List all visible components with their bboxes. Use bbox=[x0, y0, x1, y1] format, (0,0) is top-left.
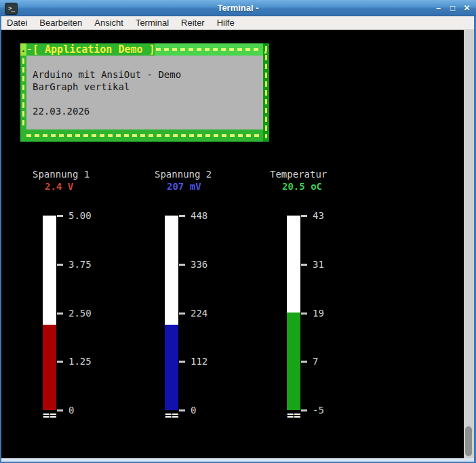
gauge-base-marker: == bbox=[165, 410, 178, 421]
gauge-temperatur: Temperatur 20.5 oC 43 31 19 7 -5 == bbox=[270, 168, 378, 429]
gauge-title: Spannung 2 bbox=[155, 168, 218, 180]
gauge-bar-fill bbox=[43, 325, 56, 410]
tick-label: 31 bbox=[313, 258, 324, 270]
menu-ansicht[interactable]: Ansicht bbox=[88, 16, 130, 30]
gauge-bar-fill bbox=[165, 325, 178, 410]
tick-mark bbox=[179, 313, 185, 315]
tick-mark bbox=[179, 215, 185, 217]
gauge-spannung-2: Spannung 2 207 mV 448 336 224 112 0 == bbox=[155, 168, 263, 429]
tick-mark bbox=[301, 409, 307, 411]
tick-label: 43 bbox=[313, 209, 324, 222]
minimize-button[interactable]: – bbox=[433, 3, 443, 14]
window-border-left bbox=[0, 16, 1, 463]
tick-mark bbox=[301, 264, 307, 266]
tick-label: 2.50 bbox=[68, 307, 92, 319]
tick-mark bbox=[57, 409, 63, 411]
dialog-dash-bottom bbox=[26, 134, 262, 137]
dialog-dash-left bbox=[22, 58, 24, 127]
tick-mark bbox=[57, 264, 63, 266]
tick-label: -5 bbox=[313, 404, 324, 416]
menu-terminal[interactable]: Terminal bbox=[130, 16, 175, 30]
dialog-dash-top bbox=[156, 48, 262, 51]
window-title: Terminal - bbox=[0, 0, 476, 16]
close-button[interactable]: ✕ bbox=[462, 3, 472, 14]
gauge-base-marker: == bbox=[43, 410, 56, 421]
dialog-corner: . bbox=[20, 43, 26, 56]
gauge-value: 207 mV bbox=[167, 180, 201, 193]
tick-label: 112 bbox=[191, 355, 207, 367]
window-border-bottom bbox=[1, 458, 474, 463]
dialog-text-line: Arduino mit AnsiOut - Demo bbox=[33, 68, 181, 81]
dialog-border-prefix: - bbox=[26, 43, 32, 56]
gauge-title: Spannung 1 bbox=[33, 168, 96, 180]
tick-label: 5.00 bbox=[68, 209, 92, 222]
gauge-bar bbox=[165, 216, 178, 410]
window-controls: – □ ✕ bbox=[433, 0, 472, 16]
tick-mark bbox=[57, 313, 63, 315]
menu-reiter[interactable]: Reiter bbox=[175, 16, 211, 30]
gauge-bar bbox=[287, 216, 300, 410]
menu-hilfe[interactable]: Hilfe bbox=[211, 16, 241, 30]
tick-mark bbox=[57, 215, 63, 217]
menu-bearbeiten[interactable]: Bearbeiten bbox=[33, 16, 88, 30]
tick-label: 0 bbox=[191, 404, 196, 416]
gauge-base-marker: == bbox=[287, 410, 300, 421]
gauge-value: 2.4 V bbox=[45, 180, 73, 193]
tick-label: 19 bbox=[313, 307, 324, 319]
tick-mark bbox=[57, 361, 63, 363]
title-bar[interactable]: >_ Terminal - – □ ✕ bbox=[0, 0, 476, 16]
tick-label: 7 bbox=[313, 355, 318, 367]
tick-mark bbox=[179, 361, 185, 363]
gauge-bar bbox=[43, 216, 56, 410]
scrollbar[interactable] bbox=[464, 30, 474, 458]
gauge-title: Temperatur bbox=[270, 168, 334, 180]
dialog-text-line: BarGraph vertikal bbox=[33, 81, 130, 93]
gauge-value: 20.5 oC bbox=[282, 180, 322, 193]
tick-mark bbox=[301, 215, 307, 217]
tick-mark bbox=[179, 264, 185, 266]
scrollbar-thumb[interactable] bbox=[465, 426, 472, 456]
tick-mark bbox=[179, 409, 185, 411]
menu-datei[interactable]: Datei bbox=[1, 16, 33, 30]
tick-label: 448 bbox=[191, 209, 207, 222]
tick-mark bbox=[301, 361, 307, 363]
tick-label: 3.75 bbox=[68, 258, 92, 270]
gauge-bar-fill bbox=[287, 313, 300, 410]
dialog-text-line: 22.03.2026 bbox=[33, 105, 90, 117]
menu-bar: Datei Bearbeiten Ansicht Terminal Reiter… bbox=[0, 16, 476, 30]
maximize-button[interactable]: □ bbox=[448, 3, 458, 14]
tick-label: 224 bbox=[191, 307, 207, 319]
tick-mark bbox=[301, 313, 307, 315]
tick-label: 336 bbox=[191, 258, 207, 270]
tick-label: 0 bbox=[68, 404, 74, 416]
tick-label: 1.25 bbox=[68, 355, 92, 367]
dialog-dash-right bbox=[265, 46, 267, 138]
gauge-spannung-1: Spannung 1 2.4 V 5.00 3.75 2.50 1.25 0 =… bbox=[33, 168, 141, 429]
dialog-title: [ Application Demo ] bbox=[33, 43, 156, 56]
